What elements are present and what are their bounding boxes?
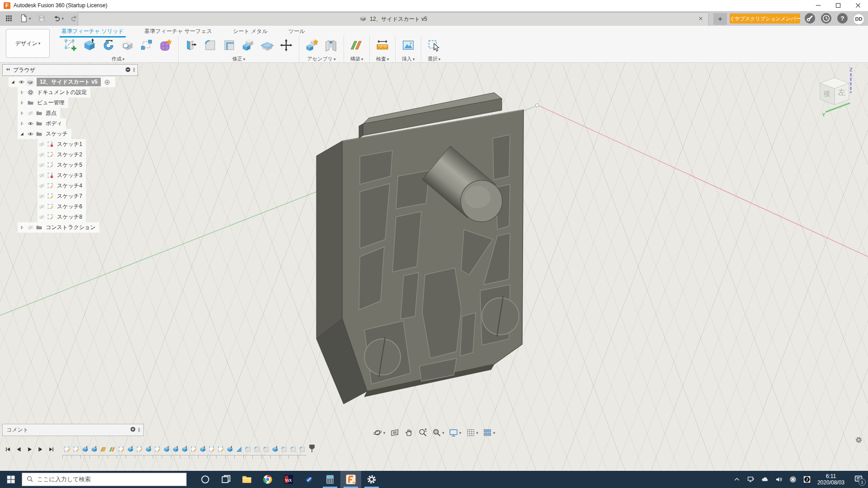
eye-visible-icon[interactable]: [27, 120, 34, 127]
browser-item[interactable]: ボディ: [2, 118, 138, 129]
browser-item[interactable]: スケッチ5: [2, 160, 138, 170]
timeline-fillet-20[interactable]: [243, 444, 252, 455]
notification-center-button[interactable]: 1: [849, 471, 868, 488]
plus-icon[interactable]: [717, 16, 723, 22]
browser-item[interactable]: スケッチ3: [2, 170, 138, 181]
combine-button[interactable]: [239, 36, 258, 54]
app-grid-button[interactable]: [3, 13, 15, 23]
expander-collapsed-icon[interactable]: [19, 90, 24, 95]
eye-hidden-icon[interactable]: [38, 214, 45, 221]
joint-button[interactable]: [321, 36, 340, 54]
browser-item[interactable]: スケッチ: [2, 129, 138, 139]
help-button[interactable]: ?: [837, 13, 848, 25]
timeline-extrude-23[interactable]: [270, 444, 279, 455]
press-pull-button[interactable]: [182, 36, 201, 54]
timeline-extrude-18[interactable]: [225, 444, 234, 455]
ribbon-group-dropdown[interactable]: 選択▾: [428, 56, 441, 62]
timeline-extrude-13[interactable]: [180, 444, 189, 455]
tray-onedrive-cloud-button[interactable]: [759, 475, 771, 483]
user-avatar[interactable]: DD: [853, 14, 864, 25]
browser-item[interactable]: スケッチ8: [2, 212, 138, 222]
extrude-button[interactable]: [80, 36, 99, 54]
expander-collapsed-icon[interactable]: [19, 111, 24, 116]
display-settings-button[interactable]: ▾: [448, 427, 463, 438]
timeline-sketch-10[interactable]: [153, 444, 162, 455]
3d-model[interactable]: [316, 93, 524, 404]
add-comment-icon[interactable]: [130, 426, 136, 434]
browser-item[interactable]: スケッチ7: [2, 191, 138, 202]
tray-network-display-button[interactable]: [745, 475, 757, 483]
save-button[interactable]: [36, 13, 48, 23]
fillet-button[interactable]: [201, 36, 220, 54]
timeline-sketch-8[interactable]: [135, 444, 144, 455]
step-back-button[interactable]: [14, 444, 24, 455]
timeline-extrude-12[interactable]: [171, 444, 180, 455]
taskbar-task-view-button[interactable]: [216, 471, 236, 488]
timeline-fillet-25[interactable]: [288, 444, 297, 455]
notifications-clock-button[interactable]: [821, 13, 832, 25]
browser-item[interactable]: 12、サイドスカート v5: [2, 77, 138, 87]
zoom-button[interactable]: [416, 427, 429, 438]
browser-item[interactable]: ドキュメントの設定: [2, 87, 138, 98]
timeline-fillet-26[interactable]: [297, 444, 307, 455]
workspace-selector[interactable]: デザイン▾: [6, 29, 50, 58]
tray-chevron-up-button[interactable]: [731, 476, 743, 483]
eye-visible-icon[interactable]: [18, 79, 25, 85]
timeline-sketch-16[interactable]: [207, 444, 216, 455]
timeline-extrude-15[interactable]: [198, 444, 207, 455]
viewport-canvas[interactable]: ブラウザ ‖ 12、サイドスカート v5ドキュメントの設定ビュー管理原点ボディス…: [0, 62, 868, 471]
eye-hidden-icon[interactable]: [38, 141, 45, 148]
viewports-button[interactable]: ▾: [481, 427, 497, 438]
file-new-button[interactable]: ▾: [18, 13, 33, 23]
rectangular-pattern-button[interactable]: [137, 36, 156, 54]
radio-target-icon[interactable]: [104, 79, 110, 85]
timeline-marker-icon[interactable]: [307, 444, 316, 453]
ribbon-group-dropdown[interactable]: アセンブリ▾: [307, 56, 336, 62]
expander-expanded-icon[interactable]: [10, 80, 15, 84]
timeline-sketch-0[interactable]: [62, 444, 71, 455]
browser-item[interactable]: ビュー管理: [2, 98, 138, 108]
pan-button[interactable]: [402, 427, 415, 438]
timeline-extrude-9[interactable]: [144, 444, 153, 455]
browser-item[interactable]: スケッチ6: [2, 202, 138, 212]
new-document-tab-button[interactable]: [713, 13, 727, 25]
ribbon-group-dropdown[interactable]: 検査▾: [376, 56, 389, 62]
look-at-button[interactable]: [388, 427, 401, 438]
move-copy-button[interactable]: [277, 36, 296, 54]
timeline-sketch-14[interactable]: [189, 444, 198, 455]
ribbon-group-dropdown[interactable]: 構築▾: [350, 56, 363, 62]
plus-circle-icon[interactable]: [130, 426, 136, 432]
browser-item[interactable]: スケッチ4: [2, 181, 138, 191]
create-sketch-button[interactable]: [61, 36, 80, 54]
browser-minimize-icon[interactable]: [125, 66, 131, 74]
undo-button[interactable]: ▾: [51, 13, 66, 23]
timeline-mirror-5[interactable]: [108, 444, 117, 455]
shell-button[interactable]: [220, 36, 239, 54]
view-cube[interactable]: 後 左 Z Y: [805, 66, 868, 127]
job-status-button[interactable]: [804, 13, 816, 25]
hole-button[interactable]: [118, 36, 137, 54]
comment-bar[interactable]: コメント ‖: [2, 424, 144, 436]
eye-hidden-icon[interactable]: [27, 224, 34, 231]
timeline-marker[interactable]: [307, 444, 316, 455]
collapse-arrows-icon[interactable]: [5, 67, 10, 72]
taskbar-fusion-360-button[interactable]: 360: [340, 471, 361, 488]
insert-canvas-button[interactable]: [399, 36, 418, 54]
expander-collapsed-icon[interactable]: [19, 100, 24, 105]
viewcube-face-left[interactable]: 左: [838, 88, 846, 97]
new-component-button[interactable]: [302, 36, 321, 54]
browser-resize-grip[interactable]: ‖: [133, 67, 135, 73]
revolve-button[interactable]: [99, 36, 118, 54]
taskbar-vix-button[interactable]: ViX: [278, 471, 299, 488]
timeline-fillet-24[interactable]: [279, 444, 288, 455]
timeline-settings-gear-icon[interactable]: [855, 436, 863, 446]
expander-collapsed-icon[interactable]: [19, 121, 24, 126]
tray-x-circle-button[interactable]: [787, 475, 799, 483]
taskbar-settings-gear-button[interactable]: [361, 471, 382, 488]
start-button[interactable]: [0, 471, 22, 488]
tray-j-badge-button[interactable]: J: [801, 475, 813, 483]
grid-settings-button[interactable]: ▾: [464, 427, 480, 438]
eye-hidden-icon[interactable]: [38, 203, 45, 210]
browser-item[interactable]: 原点: [2, 108, 138, 118]
taskbar-tag-tool-button[interactable]: [299, 471, 320, 488]
